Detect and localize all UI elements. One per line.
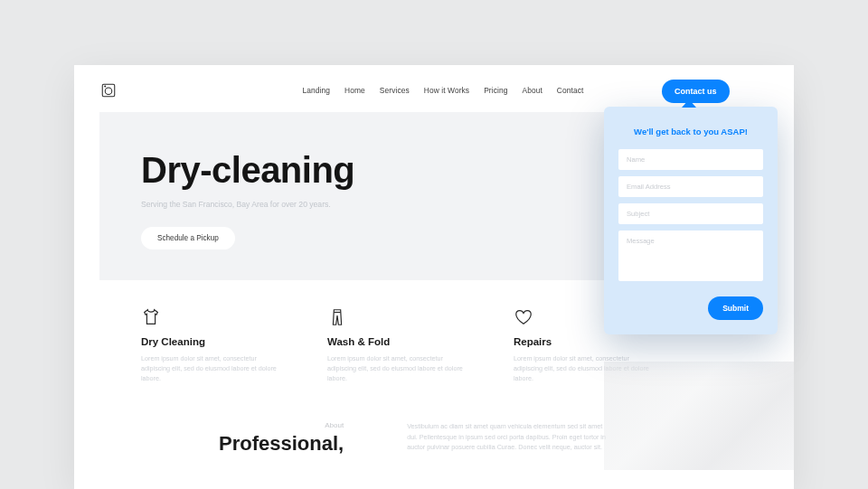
svg-point-2 xyxy=(105,86,106,87)
service-desc: Lorem ipsum dolor sit amet, consectetur … xyxy=(327,353,463,383)
service-dry-cleaning: Dry Cleaning Lorem ipsum dolor sit amet,… xyxy=(141,307,277,383)
about-text: Vestibulum ac diam sit amet quam vehicul… xyxy=(407,421,606,451)
svg-point-1 xyxy=(105,88,112,95)
service-title: Dry Cleaning xyxy=(141,336,277,347)
service-desc: Lorem ipsum dolor sit amet, consectetur … xyxy=(141,353,277,383)
heart-icon xyxy=(514,307,533,327)
about-text-block: Vestibulum ac diam sit amet quam vehicul… xyxy=(407,421,606,456)
schedule-pickup-button[interactable]: Schedule a Pickup xyxy=(141,227,235,249)
background-photo xyxy=(604,362,794,470)
pants-icon xyxy=(327,307,347,327)
contact-us-button[interactable]: Contact us xyxy=(662,80,730,103)
submit-button[interactable]: Submit xyxy=(708,296,763,320)
email-field[interactable] xyxy=(618,176,763,197)
nav-how-it-works[interactable]: How it Works xyxy=(424,86,469,95)
nav-about[interactable]: About xyxy=(522,86,542,95)
service-title: Repairs xyxy=(514,336,649,347)
subject-field[interactable] xyxy=(618,203,763,224)
nav-pricing[interactable]: Pricing xyxy=(484,86,507,95)
name-field[interactable] xyxy=(618,149,763,170)
contact-popup: We'll get back to you ASAP! Submit xyxy=(604,107,778,334)
about-heading-block: About Professional, xyxy=(219,421,344,456)
logo-washer-icon[interactable] xyxy=(99,81,118,99)
message-field[interactable] xyxy=(618,230,763,281)
nav-home[interactable]: Home xyxy=(344,86,365,95)
about-title: Professional, xyxy=(219,432,344,456)
popup-title: We'll get back to you ASAP! xyxy=(618,127,763,136)
nav-contact[interactable]: Contact xyxy=(557,86,584,95)
about-label: About xyxy=(219,421,344,429)
nav-services[interactable]: Services xyxy=(380,86,410,95)
service-title: Wash & Fold xyxy=(327,336,463,347)
nav-landing[interactable]: Landing xyxy=(303,86,331,95)
submit-row: Submit xyxy=(618,296,763,320)
tshirt-icon xyxy=(141,307,161,327)
service-wash-fold: Wash & Fold Lorem ipsum dolor sit amet, … xyxy=(327,307,463,383)
